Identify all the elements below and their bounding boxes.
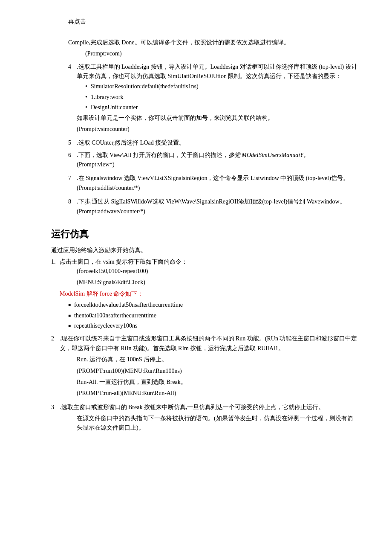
- modelsim-bullets: forceelktothevalue1at50nsafterthecurrent…: [68, 300, 358, 331]
- run-command-2: (MENU:Signals\Edit\CIock): [77, 278, 358, 287]
- step-4-extra: 如果设计单元是一个实体，你可以点击前面的加号，来浏览其关联的结构。: [77, 113, 358, 123]
- run-step-1: 1. 点击主窗口，在 vsim 提示符下敲如下面的命令： (forceelk15…: [51, 257, 358, 332]
- run-step-2-content: .现在你可以练习来自于主窗口或波形窗口工具条按钮的两个不同的 Run 功能。(R…: [60, 334, 358, 400]
- step-5-num: 5: [68, 138, 77, 148]
- step-6-prompt: (Prompt:view*): [77, 160, 358, 169]
- prompt-vcom: (Prompt:vcom): [85, 49, 358, 58]
- step-8-text: .下步,通过从 SigIIalSWilldoW选取 VieW\Wave\Sign…: [77, 198, 346, 205]
- run-step-3-num: 3: [51, 403, 60, 435]
- step-6-num: 6: [68, 151, 77, 171]
- run-item-2-desc: 一直运行仿真，直到选取 Break。: [99, 379, 187, 385]
- step-8-num: 8: [68, 197, 77, 218]
- compile-desc: Compile,完成后选取 Done。可以编译多个文件，按照设计的需要依次选取进…: [68, 38, 358, 47]
- step-6-content: .下面，选取 View\All 打开所有的窗口，关于窗口的描述，参觉 MOdeI…: [77, 151, 358, 171]
- run-item-1: Run. 运行仿真，在 100nS 后停止。: [77, 355, 358, 364]
- modelsim-label: ModelSim 解释 force 命令如下：: [60, 289, 358, 299]
- run-steps: 1. 点击主窗口，在 vsim 提示符下敲如下面的命令： (forceelk15…: [51, 257, 358, 435]
- run-section-header: 运行仿真: [51, 227, 358, 241]
- step-4-bullet-3: DesignUnit:counter: [85, 103, 358, 112]
- step-7-content: .在 Signalswindow 选取 ViewVListXSignalsinR…: [77, 174, 358, 195]
- run-step-2: 2 .现在你可以练习来自于主窗口或波形窗口工具条按钮的两个不同的 Run 功能。…: [51, 334, 358, 400]
- step-4-text: .选取工具栏里的 Loaddesign 按钮，导入设计单元。Loaddesign…: [77, 64, 357, 79]
- run-item-1-label: Run.: [77, 356, 88, 363]
- step-7-num: 7: [68, 174, 77, 195]
- run-item-2: Run-All. 一直运行仿真，直到选取 Break。: [77, 378, 358, 387]
- run-step-1-commands: (forceelk150,0100-repeat100) (MENU:Signa…: [77, 267, 358, 288]
- step-4-num: 4: [68, 62, 77, 136]
- step-4-bullets: SimulatorResolution:default(thedefaultis…: [85, 82, 358, 112]
- reclick-text: 再点击: [68, 17, 358, 26]
- run-step-1-text: 点击主窗口，在 vsim 提示符下敲如下面的命令：: [60, 259, 187, 265]
- step-7-prompt: (Prompt:addlist/counter/*): [77, 183, 358, 193]
- modelsim-bullet-3: repeatthiscycleevery100ns: [68, 321, 358, 331]
- run-item-1-desc: 运行仿真，在 100nS 后停止。: [89, 356, 167, 363]
- run-item-2-label: Run-All.: [77, 379, 98, 385]
- step-4: 4 .选取工具栏里的 Loaddesign 按钮，导入设计单元。Loaddesi…: [68, 62, 358, 136]
- run-step-1-content: 点击主窗口，在 vsim 提示符下敲如下面的命令： (forceelk150,0…: [60, 257, 358, 332]
- step-8: 8 .下步,通过从 SigIIalSWilldoW选取 VieW\Wave\Si…: [68, 197, 358, 218]
- step-7: 7 .在 Signalswindow 选取 ViewVListXSignalsi…: [68, 174, 358, 195]
- run-step-3-text: .选取主窗口或波形窗口的 Break 按钮来中断仿真,一旦仿真到达一个可接受的停…: [60, 403, 358, 412]
- run-step-2-num: 2: [51, 334, 60, 400]
- step-7-text: .在 Signalswindow 选取 ViewVListXSignalsinR…: [77, 175, 349, 181]
- run-command-1: (forceelk150,0100-repeat100): [77, 267, 358, 276]
- step-5-content: .选取 COUnter,然后选择 LOad 接受设置。: [77, 138, 358, 148]
- intro-section: 再点击 Compile,完成后选取 Done。可以编译多个文件，按照设计的需要依…: [68, 17, 358, 59]
- page-content: 再点击 Compile,完成后选取 Done。可以编译多个文件，按照设计的需要依…: [51, 17, 358, 435]
- run-item-2-prompt: (PROMPT:run-all)(MENU:Run\Run-All): [77, 389, 358, 398]
- step-4-bullet-1: SimulatorResolution:default(thedefaultis…: [85, 82, 358, 91]
- run-step-2-text: .现在你可以练习来自于主窗口或波形窗口工具条按钮的两个不同的 Run 功能。(R…: [60, 334, 358, 353]
- run-step-1-num: 1.: [51, 257, 60, 332]
- modelsim-bullet-2: thento0at100nsafterthecurrenttime: [68, 311, 358, 320]
- step-8-content: .下步,通过从 SigIIalSWilldoW选取 VieW\Wave\Sign…: [77, 197, 358, 218]
- modelsim-bullet-1: forceelktothevalue1at50nsafterthecurrent…: [68, 300, 358, 310]
- run-step-3: 3 .选取主窗口或波形窗口的 Break 按钮来中断仿真,一旦仿真到达一个可接受…: [51, 403, 358, 435]
- run-section-intro: 通过应用始终输入激励来开始仿真。: [51, 246, 358, 255]
- run-step-3-content: .选取主窗口或波形窗口的 Break 按钮来中断仿真,一旦仿真到达一个可接受的停…: [60, 403, 358, 435]
- step-5-text: .选取 COUnter,然后选择 LOad 接受设置。: [77, 139, 185, 146]
- step-6-text: .下面，选取 View\All 打开所有的窗口，关于窗口的描述，参觉 MOdeI…: [77, 152, 309, 158]
- step-5: 5 .选取 COUnter,然后选择 LOad 接受设置。: [68, 138, 358, 148]
- step-8-prompt: (Prompt:addwave/counter/*): [77, 207, 358, 216]
- run-item-1-prompt: (PROMPT:run100)(MENU:Run\Run100ns): [77, 366, 358, 376]
- run-items: Run. 运行仿真，在 100nS 后停止。 (PROMPT:run100)(M…: [77, 355, 358, 398]
- run-step-3-extra: 在源文件窗口中的箭头指向下一条将被执行的语句。(如果暂停发生时，仿真没在评测一个…: [77, 414, 358, 433]
- step-4-prompt: (Prompt:vsimcounter): [77, 125, 358, 134]
- step-4-bullet-2: 1.ibrary:work: [85, 93, 358, 102]
- steps-section: 4 .选取工具栏里的 Loaddesign 按钮，导入设计单元。Loaddesi…: [51, 62, 358, 218]
- step-4-content: .选取工具栏里的 Loaddesign 按钮，导入设计单元。Loaddesign…: [77, 62, 358, 136]
- step-6: 6 .下面，选取 View\All 打开所有的窗口，关于窗口的描述，参觉 MOd…: [68, 151, 358, 171]
